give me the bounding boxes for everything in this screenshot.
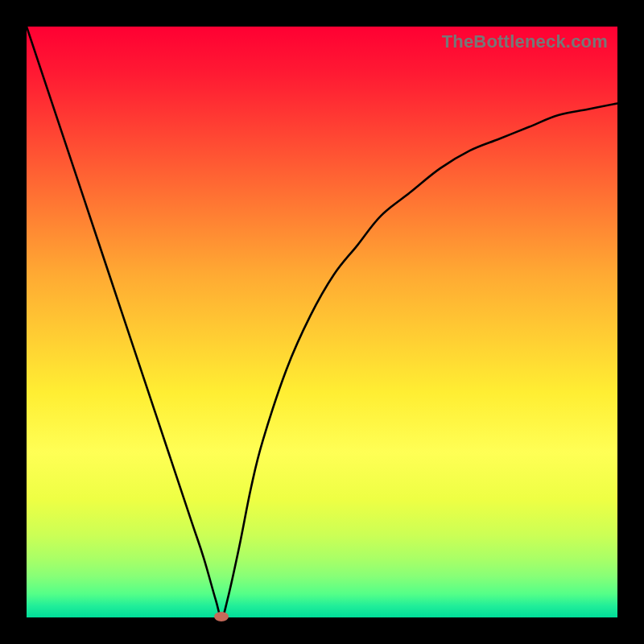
minimum-marker (214, 612, 229, 621)
plot-area: TheBottleneck.com (27, 27, 617, 617)
curve-svg (27, 27, 617, 617)
bottleneck-curve-path (27, 27, 617, 617)
chart-frame: TheBottleneck.com (0, 0, 644, 644)
